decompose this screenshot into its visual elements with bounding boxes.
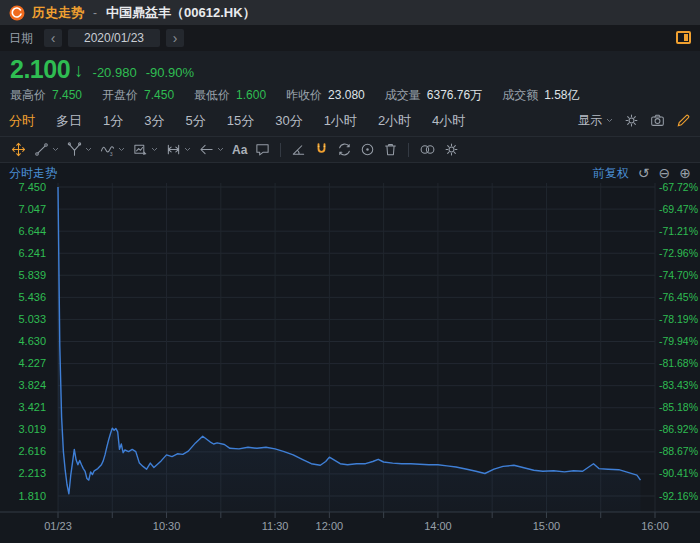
y-axis-price-label: 5.436 xyxy=(18,291,46,303)
swap-cycle-tool[interactable] xyxy=(333,137,356,162)
y-axis-percent-label: -86.92% xyxy=(659,423,698,435)
down-arrow-icon: ↓ xyxy=(74,58,84,83)
target-tool[interactable] xyxy=(356,137,379,162)
y-axis-percent-label: -69.47% xyxy=(659,203,698,215)
move-tool[interactable] xyxy=(7,137,30,162)
last-price: 2.100 xyxy=(10,56,70,83)
pencil-edit-icon[interactable] xyxy=(676,113,691,128)
y-axis-percent-label: -83.43% xyxy=(659,379,698,391)
x-axis-time-label: 14:00 xyxy=(424,520,452,532)
trash-tool[interactable] xyxy=(379,137,402,162)
wave-tool[interactable]: 3 xyxy=(96,137,129,162)
display-dropdown[interactable]: 显示 xyxy=(578,112,613,129)
stat-value: 1.58亿 xyxy=(544,88,579,102)
y-axis-percent-label: -90.41% xyxy=(659,467,698,479)
pattern-tool[interactable] xyxy=(129,137,162,162)
link-circles-tool[interactable] xyxy=(415,137,440,162)
y-axis-price-label: 5.839 xyxy=(18,269,46,281)
price-change-percent: -90.90% xyxy=(146,62,194,83)
y-axis-price-label: 7.450 xyxy=(18,183,46,193)
x-axis-time-label: 01/23 xyxy=(44,520,72,532)
intraday-price-chart[interactable]: 7.450-67.72%7.047-69.47%6.644-71.21%6.24… xyxy=(0,183,700,543)
stat-label: 最低价 xyxy=(194,88,230,102)
measure-tool[interactable] xyxy=(162,137,195,162)
zoom-out-icon[interactable]: ⊖ xyxy=(659,166,671,180)
quote-stats-row: 最高价7.450开盘价7.450最低价1.600昨收价23.080成交量6376… xyxy=(10,87,690,104)
zoom-in-icon[interactable]: ⊕ xyxy=(679,166,691,180)
x-axis-time-label: 10:30 xyxy=(153,520,181,532)
historical-chart-window: 历史走势 - 中国鼎益丰（00612.HK） 日期 ‹ 2020/01/23 ›… xyxy=(0,0,700,543)
y-axis-percent-label: -81.68% xyxy=(659,357,698,369)
period-tab-多日[interactable]: 多日 xyxy=(56,112,82,130)
chart-header: 分时走势 前复权 ↺ ⊖ ⊕ xyxy=(0,163,700,183)
x-axis-time-label: 15:00 xyxy=(533,520,561,532)
trend-line-tool[interactable] xyxy=(30,137,63,162)
y-axis-price-label: 3.019 xyxy=(18,423,46,435)
comment-bubble-tool[interactable] xyxy=(251,137,274,162)
svg-text:3: 3 xyxy=(110,151,113,157)
y-axis-price-label: 2.213 xyxy=(18,467,46,479)
quote-section: 2.100 ↓ -20.980 -90.90% 最高价7.450开盘价7.450… xyxy=(0,51,700,105)
y-axis-price-label: 2.616 xyxy=(18,445,46,457)
magnet-tool[interactable] xyxy=(310,137,333,162)
y-axis-percent-label: -85.18% xyxy=(659,401,698,413)
y-axis-percent-label: -88.67% xyxy=(659,445,698,457)
y-axis-price-label: 5.033 xyxy=(18,313,46,325)
quote-stat: 最高价7.450 xyxy=(10,87,82,104)
stat-label: 昨收价 xyxy=(286,88,322,102)
period-tab-3分[interactable]: 3分 xyxy=(144,112,164,130)
angle-tool[interactable] xyxy=(287,137,310,162)
title-separator: - xyxy=(93,6,97,20)
period-tab-4小时[interactable]: 4小时 xyxy=(432,112,465,130)
quote-stat: 成交量6376.76万 xyxy=(385,87,482,104)
price-area-fill xyxy=(58,187,641,512)
y-axis-price-label: 4.227 xyxy=(18,357,46,369)
y-axis-price-label: 6.644 xyxy=(18,225,46,237)
title-bar: 历史走势 - 中国鼎益丰（00612.HK） xyxy=(0,0,700,25)
y-axis-price-label: 7.047 xyxy=(18,203,46,215)
period-tab-1小时[interactable]: 1小时 xyxy=(324,112,357,130)
y-axis-percent-label: -76.45% xyxy=(659,291,698,303)
prev-date-button[interactable]: ‹ xyxy=(44,29,62,47)
y-axis-price-label: 4.630 xyxy=(18,335,46,347)
stat-label: 成交量 xyxy=(385,88,421,102)
window-feature-title: 历史走势 xyxy=(32,4,84,22)
period-tab-分时[interactable]: 分时 xyxy=(9,112,35,130)
text-tool[interactable]: Aa xyxy=(228,137,251,162)
price-line xyxy=(58,187,641,494)
side-panel-toggle-icon[interactable] xyxy=(676,31,691,44)
adjust-mode-toggle[interactable]: 前复权 xyxy=(593,165,629,182)
period-tab-1分[interactable]: 1分 xyxy=(103,112,123,130)
display-dropdown-label: 显示 xyxy=(578,112,602,129)
period-tab-30分[interactable]: 30分 xyxy=(275,112,302,130)
stat-value: 1.600 xyxy=(236,88,266,102)
period-tab-15分[interactable]: 15分 xyxy=(227,112,254,130)
gear-tool[interactable] xyxy=(440,137,463,162)
date-picker[interactable]: 2020/01/23 xyxy=(68,29,160,47)
camera-icon[interactable] xyxy=(650,113,665,128)
stat-label: 成交额 xyxy=(502,88,538,102)
y-axis-price-label: 6.241 xyxy=(18,247,46,259)
pitchfork-tool[interactable] xyxy=(63,137,96,162)
settings-gear-icon[interactable] xyxy=(624,113,639,128)
app-logo-icon xyxy=(9,5,25,21)
quote-stat: 最低价1.600 xyxy=(194,87,266,104)
next-date-button[interactable]: › xyxy=(166,29,184,47)
drawing-toolbar: 3 Aa xyxy=(0,137,700,163)
stat-value: 23.080 xyxy=(328,88,365,102)
y-axis-percent-label: -72.96% xyxy=(659,247,698,259)
period-tab-2小时[interactable]: 2小时 xyxy=(378,112,411,130)
y-axis-percent-label: -79.94% xyxy=(659,335,698,347)
x-axis-time-label: 16:00 xyxy=(641,520,669,532)
y-axis-percent-label: -67.72% xyxy=(659,183,698,193)
x-axis-time-label: 11:30 xyxy=(262,520,289,532)
undo-icon[interactable]: ↺ xyxy=(638,166,650,180)
text-tool-label: Aa xyxy=(232,143,247,157)
y-axis-price-label: 3.421 xyxy=(18,401,46,413)
period-tab-bar: 分时多日1分3分5分15分30分1小时2小时4小时 显示 xyxy=(0,105,700,137)
y-axis-percent-label: -71.21% xyxy=(659,225,698,237)
arrow-tool[interactable] xyxy=(195,137,228,162)
stat-label: 开盘价 xyxy=(102,88,138,102)
period-tab-5分[interactable]: 5分 xyxy=(185,112,205,130)
price-change: -20.980 xyxy=(93,62,137,83)
